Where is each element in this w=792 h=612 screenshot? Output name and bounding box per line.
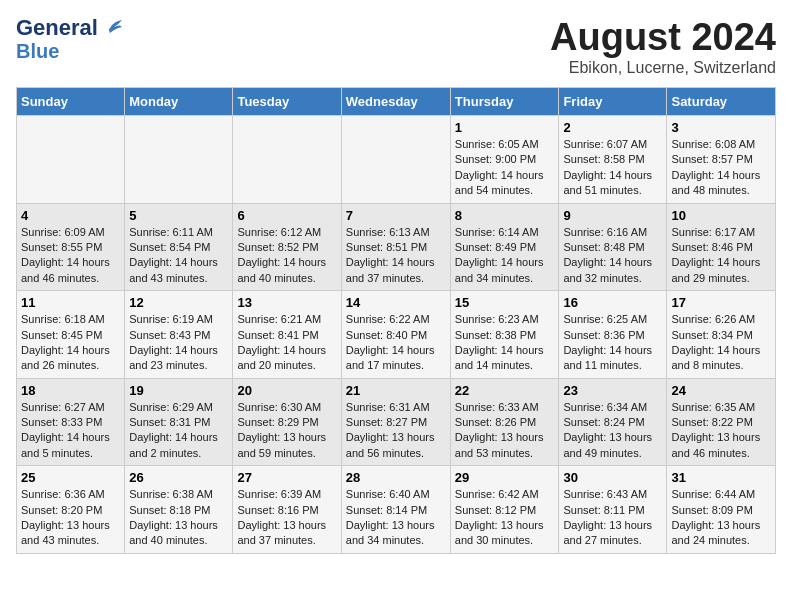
day-number: 1 bbox=[455, 120, 555, 135]
day-number: 26 bbox=[129, 470, 228, 485]
weekday-header-monday: Monday bbox=[125, 88, 233, 116]
day-cell-11: 11Sunrise: 6:18 AM Sunset: 8:45 PM Dayli… bbox=[17, 291, 125, 379]
day-number: 15 bbox=[455, 295, 555, 310]
day-cell-9: 9Sunrise: 6:16 AM Sunset: 8:48 PM Daylig… bbox=[559, 203, 667, 291]
day-cell-23: 23Sunrise: 6:34 AM Sunset: 8:24 PM Dayli… bbox=[559, 378, 667, 466]
day-detail: Sunrise: 6:43 AM Sunset: 8:11 PM Dayligh… bbox=[563, 487, 662, 549]
week-row-4: 18Sunrise: 6:27 AM Sunset: 8:33 PM Dayli… bbox=[17, 378, 776, 466]
day-detail: Sunrise: 6:18 AM Sunset: 8:45 PM Dayligh… bbox=[21, 312, 120, 374]
empty-cell bbox=[233, 116, 341, 204]
weekday-header-sunday: Sunday bbox=[17, 88, 125, 116]
day-cell-30: 30Sunrise: 6:43 AM Sunset: 8:11 PM Dayli… bbox=[559, 466, 667, 554]
day-detail: Sunrise: 6:42 AM Sunset: 8:12 PM Dayligh… bbox=[455, 487, 555, 549]
day-detail: Sunrise: 6:05 AM Sunset: 9:00 PM Dayligh… bbox=[455, 137, 555, 199]
day-detail: Sunrise: 6:16 AM Sunset: 8:48 PM Dayligh… bbox=[563, 225, 662, 287]
day-detail: Sunrise: 6:39 AM Sunset: 8:16 PM Dayligh… bbox=[237, 487, 336, 549]
day-detail: Sunrise: 6:13 AM Sunset: 8:51 PM Dayligh… bbox=[346, 225, 446, 287]
day-cell-21: 21Sunrise: 6:31 AM Sunset: 8:27 PM Dayli… bbox=[341, 378, 450, 466]
day-cell-5: 5Sunrise: 6:11 AM Sunset: 8:54 PM Daylig… bbox=[125, 203, 233, 291]
day-detail: Sunrise: 6:33 AM Sunset: 8:26 PM Dayligh… bbox=[455, 400, 555, 462]
day-number: 4 bbox=[21, 208, 120, 223]
day-detail: Sunrise: 6:12 AM Sunset: 8:52 PM Dayligh… bbox=[237, 225, 336, 287]
day-detail: Sunrise: 6:21 AM Sunset: 8:41 PM Dayligh… bbox=[237, 312, 336, 374]
day-number: 11 bbox=[21, 295, 120, 310]
logo: General Blue bbox=[16, 16, 122, 62]
week-row-2: 4Sunrise: 6:09 AM Sunset: 8:55 PM Daylig… bbox=[17, 203, 776, 291]
day-detail: Sunrise: 6:23 AM Sunset: 8:38 PM Dayligh… bbox=[455, 312, 555, 374]
day-number: 14 bbox=[346, 295, 446, 310]
day-cell-3: 3Sunrise: 6:08 AM Sunset: 8:57 PM Daylig… bbox=[667, 116, 776, 204]
day-number: 29 bbox=[455, 470, 555, 485]
day-cell-24: 24Sunrise: 6:35 AM Sunset: 8:22 PM Dayli… bbox=[667, 378, 776, 466]
day-cell-20: 20Sunrise: 6:30 AM Sunset: 8:29 PM Dayli… bbox=[233, 378, 341, 466]
logo-text: General bbox=[16, 16, 98, 40]
day-detail: Sunrise: 6:25 AM Sunset: 8:36 PM Dayligh… bbox=[563, 312, 662, 374]
day-detail: Sunrise: 6:19 AM Sunset: 8:43 PM Dayligh… bbox=[129, 312, 228, 374]
day-number: 18 bbox=[21, 383, 120, 398]
day-cell-29: 29Sunrise: 6:42 AM Sunset: 8:12 PM Dayli… bbox=[450, 466, 559, 554]
empty-cell bbox=[125, 116, 233, 204]
day-cell-17: 17Sunrise: 6:26 AM Sunset: 8:34 PM Dayli… bbox=[667, 291, 776, 379]
day-detail: Sunrise: 6:22 AM Sunset: 8:40 PM Dayligh… bbox=[346, 312, 446, 374]
day-number: 13 bbox=[237, 295, 336, 310]
day-cell-13: 13Sunrise: 6:21 AM Sunset: 8:41 PM Dayli… bbox=[233, 291, 341, 379]
day-cell-27: 27Sunrise: 6:39 AM Sunset: 8:16 PM Dayli… bbox=[233, 466, 341, 554]
day-cell-6: 6Sunrise: 6:12 AM Sunset: 8:52 PM Daylig… bbox=[233, 203, 341, 291]
day-cell-16: 16Sunrise: 6:25 AM Sunset: 8:36 PM Dayli… bbox=[559, 291, 667, 379]
day-detail: Sunrise: 6:35 AM Sunset: 8:22 PM Dayligh… bbox=[671, 400, 771, 462]
day-cell-26: 26Sunrise: 6:38 AM Sunset: 8:18 PM Dayli… bbox=[125, 466, 233, 554]
day-detail: Sunrise: 6:31 AM Sunset: 8:27 PM Dayligh… bbox=[346, 400, 446, 462]
day-detail: Sunrise: 6:34 AM Sunset: 8:24 PM Dayligh… bbox=[563, 400, 662, 462]
day-cell-2: 2Sunrise: 6:07 AM Sunset: 8:58 PM Daylig… bbox=[559, 116, 667, 204]
day-number: 2 bbox=[563, 120, 662, 135]
day-cell-22: 22Sunrise: 6:33 AM Sunset: 8:26 PM Dayli… bbox=[450, 378, 559, 466]
empty-cell bbox=[17, 116, 125, 204]
logo-blue-text: Blue bbox=[16, 40, 59, 62]
weekday-header-wednesday: Wednesday bbox=[341, 88, 450, 116]
day-number: 19 bbox=[129, 383, 228, 398]
day-detail: Sunrise: 6:27 AM Sunset: 8:33 PM Dayligh… bbox=[21, 400, 120, 462]
week-row-1: 1Sunrise: 6:05 AM Sunset: 9:00 PM Daylig… bbox=[17, 116, 776, 204]
day-number: 8 bbox=[455, 208, 555, 223]
day-number: 3 bbox=[671, 120, 771, 135]
empty-cell bbox=[341, 116, 450, 204]
weekday-header-thursday: Thursday bbox=[450, 88, 559, 116]
day-detail: Sunrise: 6:26 AM Sunset: 8:34 PM Dayligh… bbox=[671, 312, 771, 374]
weekday-header-tuesday: Tuesday bbox=[233, 88, 341, 116]
day-number: 12 bbox=[129, 295, 228, 310]
header: General Blue August 2024 Ebikon, Lucerne… bbox=[16, 16, 776, 77]
day-cell-8: 8Sunrise: 6:14 AM Sunset: 8:49 PM Daylig… bbox=[450, 203, 559, 291]
day-number: 6 bbox=[237, 208, 336, 223]
day-number: 9 bbox=[563, 208, 662, 223]
calendar-title: August 2024 bbox=[550, 16, 776, 59]
day-cell-4: 4Sunrise: 6:09 AM Sunset: 8:55 PM Daylig… bbox=[17, 203, 125, 291]
day-cell-25: 25Sunrise: 6:36 AM Sunset: 8:20 PM Dayli… bbox=[17, 466, 125, 554]
weekday-header-row: SundayMondayTuesdayWednesdayThursdayFrid… bbox=[17, 88, 776, 116]
day-cell-10: 10Sunrise: 6:17 AM Sunset: 8:46 PM Dayli… bbox=[667, 203, 776, 291]
weekday-header-saturday: Saturday bbox=[667, 88, 776, 116]
day-cell-12: 12Sunrise: 6:19 AM Sunset: 8:43 PM Dayli… bbox=[125, 291, 233, 379]
day-cell-19: 19Sunrise: 6:29 AM Sunset: 8:31 PM Dayli… bbox=[125, 378, 233, 466]
day-cell-28: 28Sunrise: 6:40 AM Sunset: 8:14 PM Dayli… bbox=[341, 466, 450, 554]
day-detail: Sunrise: 6:07 AM Sunset: 8:58 PM Dayligh… bbox=[563, 137, 662, 199]
weekday-header-friday: Friday bbox=[559, 88, 667, 116]
day-cell-14: 14Sunrise: 6:22 AM Sunset: 8:40 PM Dayli… bbox=[341, 291, 450, 379]
day-detail: Sunrise: 6:44 AM Sunset: 8:09 PM Dayligh… bbox=[671, 487, 771, 549]
day-number: 20 bbox=[237, 383, 336, 398]
day-detail: Sunrise: 6:08 AM Sunset: 8:57 PM Dayligh… bbox=[671, 137, 771, 199]
day-detail: Sunrise: 6:38 AM Sunset: 8:18 PM Dayligh… bbox=[129, 487, 228, 549]
day-number: 25 bbox=[21, 470, 120, 485]
calendar-table: SundayMondayTuesdayWednesdayThursdayFrid… bbox=[16, 87, 776, 554]
title-area: August 2024 Ebikon, Lucerne, Switzerland bbox=[550, 16, 776, 77]
week-row-3: 11Sunrise: 6:18 AM Sunset: 8:45 PM Dayli… bbox=[17, 291, 776, 379]
day-cell-18: 18Sunrise: 6:27 AM Sunset: 8:33 PM Dayli… bbox=[17, 378, 125, 466]
day-number: 7 bbox=[346, 208, 446, 223]
day-number: 28 bbox=[346, 470, 446, 485]
day-detail: Sunrise: 6:40 AM Sunset: 8:14 PM Dayligh… bbox=[346, 487, 446, 549]
day-detail: Sunrise: 6:09 AM Sunset: 8:55 PM Dayligh… bbox=[21, 225, 120, 287]
day-number: 22 bbox=[455, 383, 555, 398]
day-number: 23 bbox=[563, 383, 662, 398]
week-row-5: 25Sunrise: 6:36 AM Sunset: 8:20 PM Dayli… bbox=[17, 466, 776, 554]
day-detail: Sunrise: 6:36 AM Sunset: 8:20 PM Dayligh… bbox=[21, 487, 120, 549]
day-cell-15: 15Sunrise: 6:23 AM Sunset: 8:38 PM Dayli… bbox=[450, 291, 559, 379]
